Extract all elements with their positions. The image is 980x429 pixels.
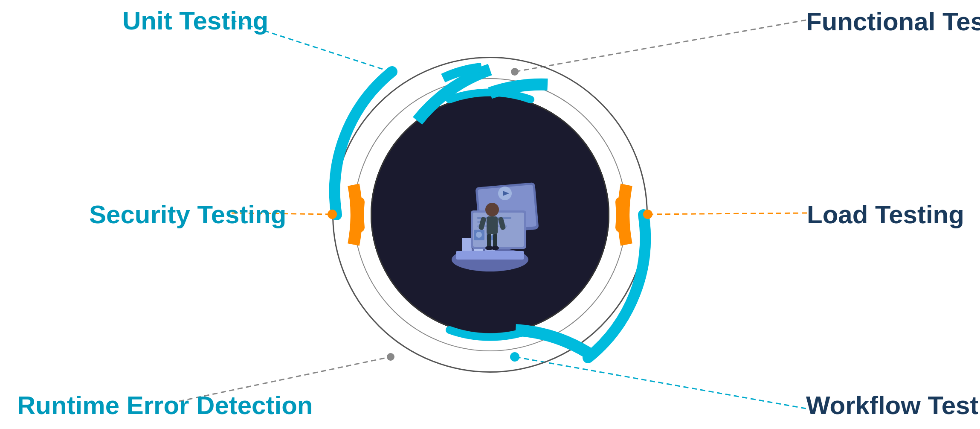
svg-rect-25 [487,216,498,234]
label-load-testing: Load Testing [807,200,964,229]
svg-rect-8 [462,238,472,251]
center-illustration [422,146,558,283]
label-runtime-error: Runtime Error Detection [17,391,313,420]
diagram-container: Unit Testing Functional Testing Security… [0,0,980,429]
svg-point-31 [491,246,499,250]
svg-line-3 [648,213,807,214]
label-functional-testing: Functional Testing [806,7,980,36]
dot-workflow-testing [510,352,519,362]
dot-load-testing [643,210,652,219]
label-unit-testing: Unit Testing [122,6,268,35]
svg-point-21 [476,232,482,238]
svg-point-24 [485,203,499,216]
dot-runtime-error [387,353,394,361]
svg-rect-7 [456,251,524,260]
label-security-testing: Security Testing [89,200,286,229]
dot-functional-testing [511,68,519,76]
label-workflow-testing: Workflow Testing [806,391,980,420]
dot-unit-testing [386,67,395,76]
dot-security-testing [328,210,337,219]
